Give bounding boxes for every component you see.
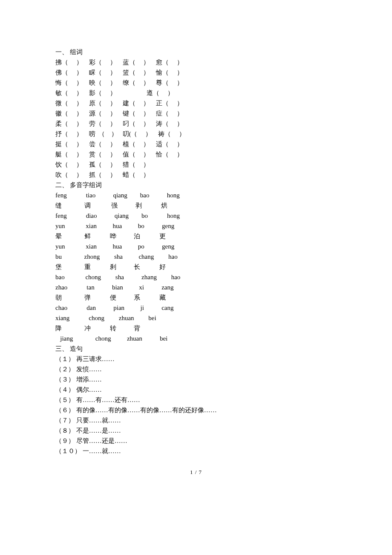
section-three-body: （１） 再三请求…… （２） 发愤…… （３） 增添…… （４） 偶尔…… （５… bbox=[55, 354, 337, 456]
text-line: yun xian hua bo geng bbox=[55, 221, 337, 231]
text-line: zhao tan bian xi zang bbox=[55, 282, 337, 292]
text-line: （３） 增添…… bbox=[55, 374, 337, 384]
text-line: 悔（ ） 映（ ） 缭（ ） 尊（ ） bbox=[55, 78, 337, 88]
text-line: jiang chong zhuan bei bbox=[55, 333, 337, 344]
text-line: （４） 偶尔…… bbox=[55, 384, 337, 395]
section-two-body: feng tiao qiang bao hong 缝 调 强 剥 烘 feng … bbox=[55, 190, 337, 344]
text-line: 佛（ ） 睬（ ） 篮（ ） 愉（ ） bbox=[55, 67, 337, 78]
text-line: （１） 再三请求…… bbox=[55, 354, 337, 364]
text-line: bao chong sha zhang hao bbox=[55, 272, 337, 282]
section-three-title: 三、 造句 bbox=[55, 344, 337, 354]
text-line: bu zhong sha chang hao bbox=[55, 251, 337, 262]
text-line: （１０） 一……就…… bbox=[55, 446, 337, 456]
text-line: 敏（ ） 影（ ） 遵（ ） bbox=[55, 88, 337, 98]
text-line: 艇（ ） 赏（ ） 值（ ） 恰（ ） bbox=[55, 149, 337, 159]
text-line: 抒（ ） 唠 （ ） 叨(（ ） 祷（ ） bbox=[55, 129, 337, 139]
text-line: 挺（ ） 尝（ ） 植（ ） 适（ ） bbox=[55, 139, 337, 149]
text-line: 拂（ ） 彩（ ） 蓝（ ） 愈（ ） bbox=[55, 57, 337, 67]
text-line: feng tiao qiang bao hong bbox=[55, 190, 337, 200]
text-line: 降 冲 转 背 bbox=[55, 323, 337, 333]
section-two-title: 二、 多音字组词 bbox=[55, 180, 337, 190]
text-line: （２） 发愤…… bbox=[55, 364, 337, 374]
text-line: （９） 尽管……还是…… bbox=[55, 436, 337, 446]
document-page: 一、 组词 拂（ ） 彩（ ） 蓝（ ） 愈（ ） 佛（ ） 睬（ ） 篮（ ）… bbox=[0, 0, 392, 493]
text-line: 柔（ ） 劳（ ） 叼（ ） 涛（ ） bbox=[55, 119, 337, 129]
text-line: yun xian hua po geng bbox=[55, 241, 337, 251]
text-line: 饮（ ） 孤（ ） 猎（ ） bbox=[55, 159, 337, 170]
text-line: feng diao qiang bo hong bbox=[55, 211, 337, 221]
text-line: 晕 鲜 哗 泊 更 bbox=[55, 231, 337, 241]
text-line: 朝 弹 便 系 藏 bbox=[55, 292, 337, 303]
text-line: （６） 有的像……有的像……有的像……有的还好像…… bbox=[55, 405, 337, 415]
text-line: 吹（ ） 抓（ ） 蜡（ ） bbox=[55, 170, 337, 180]
text-line: 微（ ） 原（ ） 建（ ） 正（ ） bbox=[55, 98, 337, 108]
text-line: xiang chong zhuan bei bbox=[55, 313, 337, 323]
text-line: 堡 重 刹 长 好 bbox=[55, 262, 337, 272]
text-line: （５） 有……有……还有…… bbox=[55, 395, 337, 405]
text-line: chao dan pian ji cang bbox=[55, 303, 337, 313]
section-one-title: 一、 组词 bbox=[55, 47, 337, 57]
text-line: （７） 只要……就…… bbox=[55, 415, 337, 425]
text-line: 缝 调 强 剥 烘 bbox=[55, 200, 337, 211]
page-footer: 1 / 7 bbox=[55, 469, 337, 476]
text-line: （８） 不是……是…… bbox=[55, 425, 337, 436]
text-line: 徽（ ） 源（ ） 键（ ） 症（ ） bbox=[55, 108, 337, 119]
section-one-body: 拂（ ） 彩（ ） 蓝（ ） 愈（ ） 佛（ ） 睬（ ） 篮（ ） 愉（ ） … bbox=[55, 57, 337, 180]
